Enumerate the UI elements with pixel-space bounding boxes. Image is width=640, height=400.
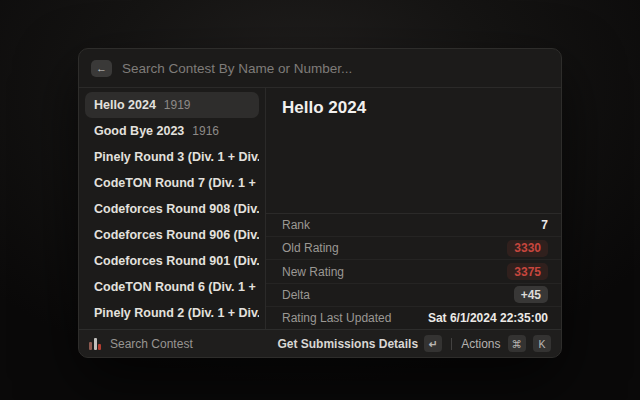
main-area: Hello 2024 1919 Good Bye 2023 1916 Pinel… (79, 88, 561, 329)
list-item[interactable]: CodeTON Round 7 (Div. 1 + Di... 1896 (85, 170, 259, 196)
contest-rating: 1919 (164, 98, 191, 112)
list-item[interactable]: CodeTON Round 6 (Div. 1 + Di... 1870 (85, 274, 259, 300)
footer-actions: Get Submissions Details ↵ Actions ⌘ K (277, 335, 551, 352)
search-input[interactable] (122, 61, 549, 76)
list-item[interactable]: Pinely Round 3 (Div. 1 + Div. 2) 1909 (85, 144, 259, 170)
list-item[interactable]: Codeforces Round 901 (Div. 1) 1874 (85, 248, 259, 274)
metadata-label: New Rating (282, 265, 344, 279)
metadata-row: Rank 7 (266, 214, 561, 236)
metadata-value: Sat 6/1/2024 22:35:00 (428, 311, 548, 325)
metadata-row: Delta +45 (266, 283, 561, 306)
list-item[interactable]: Codeforces Round 906 (Div. 1) 1889 (85, 222, 259, 248)
footer-separator (451, 338, 452, 350)
contest-list: Hello 2024 1919 Good Bye 2023 1916 Pinel… (79, 88, 265, 329)
contest-name: Good Bye 2023 (94, 124, 184, 138)
contest-name: Pinely Round 3 (Div. 1 + Div. 2) (94, 150, 259, 164)
actions-menu-button[interactable]: Actions (461, 337, 500, 351)
metadata-label: Old Rating (282, 241, 339, 255)
contest-name: CodeTON Round 7 (Div. 1 + Di... (94, 176, 259, 190)
metadata-section: Rank 7 Old Rating 3330 New Rating 3375 D… (266, 214, 561, 329)
action-bar: Search Contest Get Submissions Details ↵… (79, 329, 561, 357)
list-item[interactable]: Hello 2024 1919 (85, 92, 259, 118)
metadata-row: New Rating 3375 (266, 259, 561, 282)
metadata-label: Delta (282, 288, 310, 302)
extension-name: Search Contest (110, 337, 193, 351)
back-button[interactable]: ← (91, 60, 112, 77)
contest-name: Hello 2024 (94, 98, 156, 112)
metadata-row: Rating Last Updated Sat 6/1/2024 22:35:0… (266, 306, 561, 329)
list-item[interactable]: Good Bye 2023 1916 (85, 118, 259, 144)
k-key-icon: K (533, 335, 551, 352)
metadata-label: Rank (282, 218, 310, 232)
contest-name: Pinely Round 2 (Div. 1 + Div. 2) (94, 306, 259, 320)
enter-key-icon: ↵ (424, 335, 442, 352)
primary-action-button[interactable]: Get Submissions Details ↵ (277, 335, 442, 352)
metadata-value: 3330 (507, 240, 548, 257)
bar-chart-icon (89, 337, 101, 350)
primary-action-label: Get Submissions Details (277, 337, 418, 351)
contest-name: Codeforces Round 906 (Div. 1) (94, 228, 259, 242)
command-palette-window: ← Hello 2024 1919 Good Bye 2023 1916 Pin… (78, 48, 562, 358)
metadata-label: Rating Last Updated (282, 311, 391, 325)
metadata-value: 7 (541, 218, 548, 232)
metadata-value: +45 (514, 286, 548, 303)
detail-title: Hello 2024 (266, 88, 561, 126)
cmd-key-icon: ⌘ (508, 335, 527, 352)
contest-rating: 1916 (192, 124, 219, 138)
contest-name: Codeforces Round 908 (Div. 1) (94, 202, 259, 216)
metadata-value: 3375 (507, 263, 548, 280)
detail-body (266, 126, 561, 213)
list-item[interactable]: Codeforces Round 908 (Div. 1) 1893 (85, 196, 259, 222)
contest-name: Codeforces Round 901 (Div. 1) (94, 254, 259, 268)
search-bar: ← (79, 49, 561, 87)
metadata-row: Old Rating 3330 (266, 236, 561, 259)
detail-panel: Hello 2024 Rank 7 Old Rating 3330 New Ra… (266, 88, 561, 329)
contest-name: CodeTON Round 6 (Div. 1 + Di... (94, 280, 259, 294)
list-item[interactable]: Pinely Round 2 (Div. 1 + Div. 2) 1863 (85, 300, 259, 326)
